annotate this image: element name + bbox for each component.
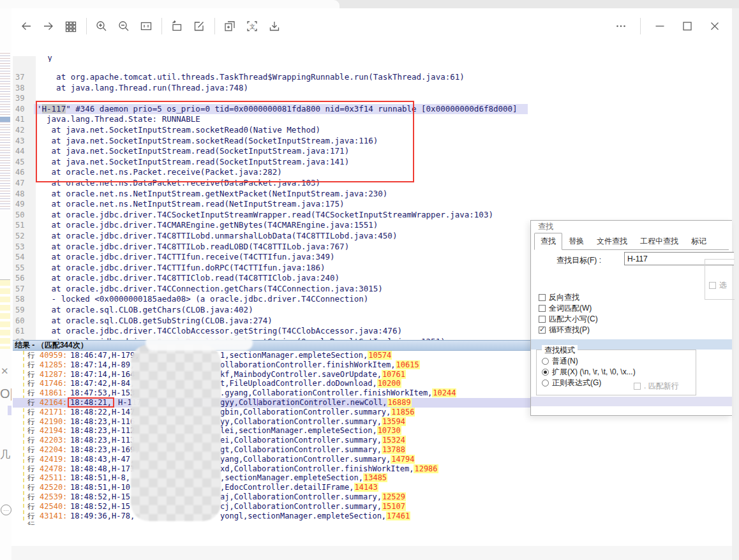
result-text: kf,MainbodyController.saveOrUpdate,10761 xyxy=(220,370,406,379)
tab-2[interactable]: 替换 xyxy=(562,233,590,249)
row-prefix-glyph: 行 xyxy=(27,370,35,379)
result-line-number: 41746: xyxy=(40,379,67,388)
maximize-icon[interactable] xyxy=(679,18,696,34)
line-number: 60 xyxy=(13,316,34,327)
minimize-icon[interactable] xyxy=(652,18,668,34)
row-prefix-glyph: 行 xyxy=(27,408,35,417)
line-number: 39 xyxy=(13,93,34,104)
result-row[interactable]: 行42511:18:48:51,H-8,,sectionManager.empl… xyxy=(13,473,732,483)
search-mode-label: 查找模式 xyxy=(542,345,578,356)
editor-line: 48 at oracle.net.ns.NetInputStream.getNe… xyxy=(13,189,732,200)
line-text: at oracle.jdbc.driver.T4CConnection.getC… xyxy=(34,284,383,295)
match-newline-checkbox[interactable]: . 匹配新行 xyxy=(634,381,679,392)
search-mode-option-label: 普通(N) xyxy=(552,356,578,367)
find-option-checkbox[interactable]: 反向查找 xyxy=(539,292,598,303)
tab-1[interactable]: 查找 xyxy=(534,233,562,250)
find-option-checkbox[interactable]: 匹配大小写(C) xyxy=(539,314,598,325)
line-number: 47 xyxy=(13,178,34,189)
result-row[interactable]: 行42540:18:48:52,H-15cj,CollaborationCont… xyxy=(13,502,732,512)
find-target-label: 查找目标(F) : xyxy=(556,255,601,266)
line-number: 48 xyxy=(13,189,34,200)
find-option-checkbox[interactable]: 全词匹配(W) xyxy=(539,303,598,314)
tab-5[interactable]: 标记 xyxy=(685,233,713,249)
toolbar-separator xyxy=(161,18,162,34)
result-text: ,EdocController.detailIFrame,14143 xyxy=(220,483,378,492)
row-prefix-glyph: 行 xyxy=(27,473,35,483)
find-option-checkbox[interactable]: 循环查找(P) xyxy=(539,325,598,335)
row-prefix-glyph: 行 xyxy=(27,351,35,360)
tab-4[interactable]: 工程中查找 xyxy=(634,233,685,249)
result-time-host: 18:47:14,H-89, xyxy=(70,360,135,370)
back-icon[interactable] xyxy=(18,18,34,34)
edit-icon[interactable] xyxy=(191,18,207,34)
radio-icon xyxy=(542,358,549,365)
line-text: at oracle.sql.CLOB.getChars(CLOB.java:40… xyxy=(34,305,253,316)
match-value: 14794 xyxy=(391,455,415,464)
result-text-post: aborationController.newColl, xyxy=(258,398,387,407)
result-line-number: 42164: xyxy=(40,398,67,408)
selection-checkbox-label: 选 xyxy=(719,280,727,291)
underlying-text-fragment: O| xyxy=(0,387,11,401)
result-row[interactable]: 行42478:18:48:48,H-171xd,CollaborationCon… xyxy=(13,464,732,474)
result-text-body: yang,CollaborationController.summary, xyxy=(220,455,391,464)
result-line-number: 42520: xyxy=(40,483,67,492)
result-row[interactable]: 行42190:18:48:23,H-116yy,CollaborationCon… xyxy=(13,417,732,427)
line-text: at oracle.sql.CLOB.getSubString(CLOB.jav… xyxy=(34,316,272,327)
match-value: 13594 xyxy=(382,417,406,426)
ellipsis-bubble-icon[interactable]: ··· xyxy=(1,505,11,515)
result-text: ei,CollaborationController.summary,15324 xyxy=(220,436,406,445)
line-number: 52 xyxy=(13,231,34,242)
censor-blur-strip xyxy=(131,344,221,521)
line-number: 43 xyxy=(13,136,34,147)
row-prefix-glyph: 行 xyxy=(27,483,35,492)
find-option-label: 循环查找(P) xyxy=(549,325,590,335)
zoom-out-icon[interactable] xyxy=(116,18,132,34)
result-text-body: gt,CollaborationController.summary, xyxy=(220,445,382,454)
row-prefix-glyph: 行 xyxy=(27,445,35,455)
result-line-number: 42194: xyxy=(40,426,67,436)
dialog-title: 查找 xyxy=(538,221,553,232)
selection-checkbox[interactable]: 选 xyxy=(709,280,727,291)
ocr-text-icon[interactable]: 文 xyxy=(244,18,260,34)
result-line-number: 42419: xyxy=(40,455,67,464)
tab-3[interactable]: 文件查找 xyxy=(590,233,634,249)
editor-line: 49 at oracle.net.ns.NetInputStream.read(… xyxy=(13,199,732,210)
line-number: 46 xyxy=(13,167,34,178)
result-row[interactable]: 行42539:18:48:52,H-15aj,CollaborationCont… xyxy=(13,492,732,502)
close-icon[interactable] xyxy=(706,18,723,34)
background-tab xyxy=(0,0,340,8)
save-icon[interactable] xyxy=(266,18,283,34)
result-row[interactable]: 行42204:18:48:23,H-169,gt,CollaborationCo… xyxy=(13,445,732,455)
thumbnails-icon[interactable] xyxy=(63,18,79,34)
result-row[interactable]: 行42203:18:48:23,H-113ei,CollaborationCon… xyxy=(13,436,732,445)
result-row[interactable]: 行42194:18:48:23,H-112lei,sectionManager.… xyxy=(13,426,732,436)
zoom-in-icon[interactable] xyxy=(93,18,110,34)
underlying-document-band xyxy=(0,117,10,122)
line-text: at oracle.jdbc.driver.T4C8TTIClob.read(T… xyxy=(34,273,340,284)
translucent-selected-row-band xyxy=(531,397,732,406)
result-row[interactable]: 行42520:18:48:51,H-10,EdocController.deta… xyxy=(13,483,732,492)
result-line-number: 42203: xyxy=(40,436,67,445)
search-mode-radio[interactable]: 扩展(X) (\n, \r, \t, \0, \x...) xyxy=(542,367,636,378)
match-value: 10761 xyxy=(382,370,406,379)
result-line-number: 40959: xyxy=(40,351,67,360)
result-row[interactable]: 行42419:18:48:43,H-47,yang,CollaborationC… xyxy=(13,455,732,464)
search-mode-options: 普通(N)扩展(X) (\n, \r, \t, \0, \x...)正则表达式(… xyxy=(542,356,636,388)
actual-size-icon[interactable] xyxy=(138,18,154,34)
result-time-host: 18:48:51,H-10 xyxy=(70,483,130,492)
search-mode-radio[interactable]: 正则表达式(G) xyxy=(542,378,636,388)
forward-icon[interactable] xyxy=(40,18,57,34)
line-text: - locked <0x0000000185aeda08> (a oracle.… xyxy=(34,294,368,305)
match-value: 12529 xyxy=(382,492,406,501)
result-text-pre: gyy,Coll xyxy=(220,398,257,407)
result-text-body: ,sectionManager.empleteSection, xyxy=(220,473,363,482)
more-icon[interactable] xyxy=(613,18,629,34)
extract-page-icon[interactable] xyxy=(221,18,238,34)
row-prefix-glyph: 行 xyxy=(27,379,35,388)
dialog-tabs: 查找替换文件查找工程中查找标记 xyxy=(534,233,729,250)
search-mode-radio[interactable]: 普通(N) xyxy=(542,356,636,367)
rotate-icon[interactable] xyxy=(168,18,185,34)
match-value: 15107 xyxy=(382,502,406,511)
result-row[interactable]: 行43141:18:49:36,H-78,yongl,sectionManage… xyxy=(13,512,732,521)
row-prefix-glyph: 行 xyxy=(27,388,35,398)
